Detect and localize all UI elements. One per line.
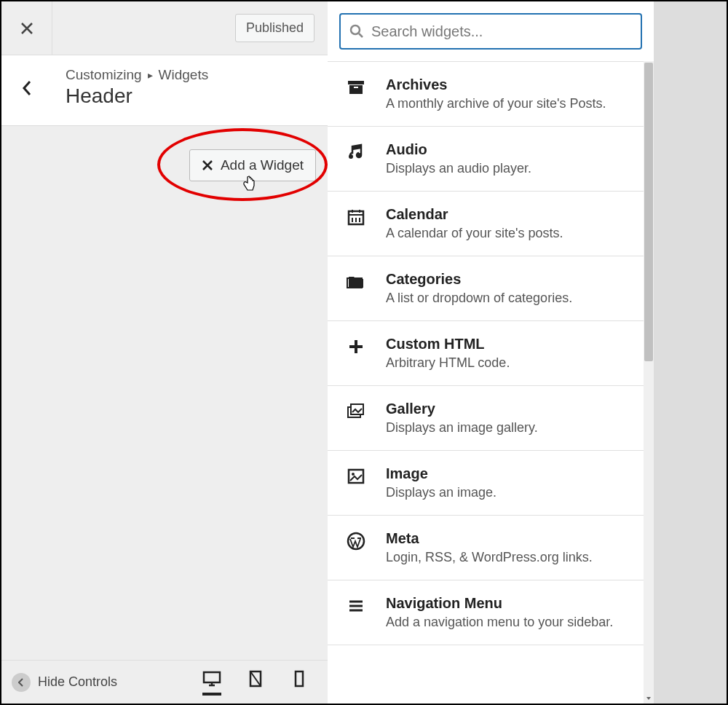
widget-desc: Login, RSS, & WordPress.org links. <box>386 550 638 565</box>
calendar-icon <box>344 206 368 241</box>
widget-item-audio[interactable]: Audio Displays an audio player. <box>328 127 654 192</box>
widget-area: Add a Widget <box>1 126 328 660</box>
device-buttons <box>202 669 309 696</box>
hide-controls-label: Hide Controls <box>38 674 117 690</box>
widget-list[interactable]: Archives A monthly archive of your site'… <box>328 61 654 704</box>
widget-item-navigation-menu[interactable]: Navigation Menu Add a navigation menu to… <box>328 580 654 645</box>
breadcrumb-widgets: Widgets <box>159 67 209 83</box>
menu-icon <box>344 595 368 630</box>
close-icon <box>202 159 213 171</box>
search-input[interactable] <box>371 23 632 40</box>
widget-item-gallery[interactable]: Gallery Displays an image gallery. <box>328 386 654 451</box>
svg-rect-0 <box>204 672 220 682</box>
breadcrumb-customizing: Customizing <box>66 67 142 83</box>
widget-desc: Add a navigation menu to your sidebar. <box>386 615 638 630</box>
search-icon <box>349 24 364 39</box>
add-widget-button[interactable]: Add a Widget <box>189 149 316 181</box>
widget-title: Image <box>386 465 638 482</box>
widget-item-calendar[interactable]: Calendar A calendar of your site's posts… <box>328 192 654 256</box>
gallery-icon <box>344 401 368 436</box>
breadcrumb: Customizing ▸ Widgets <box>66 67 313 83</box>
image-icon <box>344 465 368 500</box>
archive-icon <box>344 76 368 111</box>
widget-title: Calendar <box>386 206 638 223</box>
breadcrumb-caret-icon: ▸ <box>148 69 153 81</box>
collapse-icon <box>12 673 31 692</box>
widget-title: Meta <box>386 530 638 547</box>
widget-title: Categories <box>386 271 638 288</box>
svg-point-8 <box>357 153 362 157</box>
widget-desc: Displays an image. <box>386 485 638 500</box>
device-mobile-button[interactable] <box>290 669 309 696</box>
search-box[interactable] <box>339 13 642 50</box>
widget-desc: Arbitrary HTML code. <box>386 355 638 371</box>
svg-rect-5 <box>349 85 363 94</box>
scrollbar-thumb[interactable] <box>644 63 653 361</box>
section-title: Header <box>66 84 313 108</box>
hide-controls-button[interactable]: Hide Controls <box>12 673 117 692</box>
widget-item-image[interactable]: Image Displays an image. <box>328 451 654 516</box>
device-desktop-button[interactable] <box>202 669 221 696</box>
widget-desc: Displays an image gallery. <box>386 420 638 436</box>
preview-area <box>654 1 727 704</box>
widget-title: Audio <box>386 141 638 158</box>
widget-item-archives[interactable]: Archives A monthly archive of your site'… <box>328 61 654 127</box>
back-button[interactable] <box>1 67 52 96</box>
published-button[interactable]: Published <box>235 14 314 42</box>
widget-title: Archives <box>386 76 638 93</box>
svg-rect-4 <box>348 81 364 84</box>
svg-rect-6 <box>354 87 358 88</box>
scrollbar-track[interactable] <box>644 61 654 704</box>
chevron-left-icon <box>22 80 32 96</box>
svg-point-3 <box>351 25 360 34</box>
section-header: Customizing ▸ Widgets Header <box>1 55 328 126</box>
add-widget-label: Add a Widget <box>221 157 304 173</box>
svg-point-7 <box>349 154 353 159</box>
customizer-sidebar: Published Customizing ▸ Widgets Header A… <box>1 1 328 704</box>
close-icon <box>20 21 34 36</box>
svg-point-14 <box>352 473 355 476</box>
widget-desc: A list or dropdown of categories. <box>386 291 638 306</box>
svg-rect-2 <box>296 671 303 686</box>
audio-icon <box>344 141 368 176</box>
widget-desc: Displays an audio player. <box>386 161 638 176</box>
close-button[interactable] <box>1 1 52 55</box>
widget-item-custom-html[interactable]: Custom HTML Arbitrary HTML code. <box>328 321 654 386</box>
plus-icon <box>344 336 368 371</box>
footer-bar: Hide Controls <box>1 660 328 704</box>
widget-item-categories[interactable]: Categories A list or dropdown of categor… <box>328 256 654 321</box>
wordpress-icon <box>344 530 368 565</box>
mobile-icon <box>290 669 309 688</box>
widget-title: Custom HTML <box>386 336 638 352</box>
top-bar: Published <box>1 1 328 55</box>
device-tablet-button[interactable] <box>246 669 265 696</box>
widget-picker-panel: Archives A monthly archive of your site'… <box>328 1 654 704</box>
widget-item-meta[interactable]: Meta Login, RSS, & WordPress.org links. <box>328 516 654 580</box>
widget-desc: A monthly archive of your site's Posts. <box>386 96 638 111</box>
folder-icon <box>344 271 368 306</box>
tablet-icon <box>246 669 265 688</box>
desktop-icon <box>202 669 221 688</box>
widget-title: Navigation Menu <box>386 595 638 612</box>
scrollbar-down-icon[interactable] <box>644 693 654 704</box>
widget-desc: A calendar of your site's posts. <box>386 226 638 241</box>
widget-title: Gallery <box>386 401 638 417</box>
